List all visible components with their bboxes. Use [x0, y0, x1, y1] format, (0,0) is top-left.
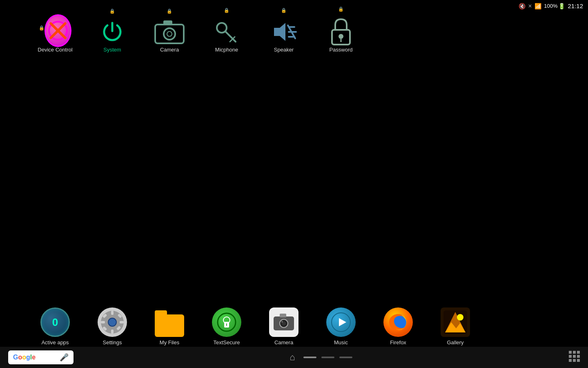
page-dot-3[interactable]	[339, 357, 352, 358]
microphone-app[interactable]: 🔒 Micphone	[204, 11, 249, 53]
speaker-app[interactable]: 🔒 Speaker	[261, 11, 306, 53]
svg-rect-46	[577, 351, 580, 354]
gallery-label: Gallery	[447, 339, 463, 346]
active-apps-badge: 0	[52, 316, 58, 329]
system-icon	[96, 20, 129, 46]
home-button[interactable]: ⌂	[290, 352, 295, 363]
camera-dock-item[interactable]: Camera	[261, 307, 306, 346]
svg-rect-22	[101, 321, 105, 323]
speaker-svg	[271, 19, 297, 45]
textsecure-label: TextSecure	[213, 339, 240, 346]
svg-rect-44	[569, 351, 572, 354]
music-icon	[326, 307, 356, 337]
top-apps-row: 🔒 Device Control 🔒	[33, 11, 363, 53]
system-app[interactable]: 🔒 System	[90, 11, 135, 53]
wifi-icon: 📶	[535, 3, 541, 9]
microphone-label: Micphone	[215, 47, 238, 53]
svg-marker-38	[339, 318, 346, 326]
lock-badge-camera: 🔒	[167, 9, 172, 14]
battery-percent: 100%	[544, 3, 557, 9]
settings-label: Settings	[103, 339, 122, 346]
device-control-icon	[45, 14, 71, 47]
mic-search-icon[interactable]: 🎤	[60, 353, 69, 362]
page-dot-2[interactable]	[321, 357, 334, 358]
system-label: System	[103, 47, 121, 53]
firefox-item[interactable]: Firefox	[376, 307, 421, 346]
google-search-bar[interactable]: Google 🎤	[8, 350, 74, 364]
device-control-app[interactable]: 🔒 Device Control	[33, 11, 78, 53]
svg-line-7	[225, 31, 236, 42]
svg-rect-52	[577, 359, 580, 362]
settings-item[interactable]: Settings	[90, 307, 135, 346]
lock-badge-microphone: 🔒	[224, 8, 229, 13]
my-files-label: My Files	[160, 339, 179, 346]
page-dots	[303, 357, 352, 358]
camera-label: Camera	[160, 47, 179, 53]
grid-svg	[568, 350, 580, 362]
speaker-label: Speaker	[274, 47, 294, 53]
music-svg	[331, 312, 351, 332]
svg-line-1	[51, 24, 65, 38]
key-svg	[214, 19, 240, 45]
music-label: Music	[334, 339, 348, 346]
battery-indicator: 100% 🔋	[544, 3, 565, 9]
svg-rect-21	[111, 330, 114, 334]
gear-svg	[100, 310, 125, 334]
lock-badge-device-control: 🔒	[39, 25, 45, 31]
google-logo: Google	[13, 354, 36, 361]
password-app[interactable]: 🔒 Password	[318, 11, 363, 53]
bottom-dock: 0 Active apps Settings	[0, 307, 588, 346]
svg-rect-49	[577, 355, 580, 358]
firefox-icon	[383, 307, 413, 337]
svg-point-36	[281, 321, 283, 323]
device-control-label: Device Control	[38, 47, 72, 53]
microphone-icon	[214, 19, 240, 47]
active-apps-icon: 0	[40, 307, 70, 337]
password-icon	[330, 18, 352, 48]
svg-rect-48	[573, 355, 576, 358]
my-files-icon	[155, 310, 184, 337]
svg-rect-3	[163, 20, 172, 25]
lock-badge-system: 🔒	[109, 9, 115, 14]
no-symbol-svg	[48, 20, 68, 41]
svg-point-5	[167, 31, 172, 36]
textsecure-item[interactable]: TextSecure	[204, 307, 249, 346]
time-display: 21:12	[568, 2, 583, 9]
svg-point-19	[108, 318, 116, 326]
active-apps-item[interactable]: 0 Active apps	[33, 307, 78, 346]
svg-point-16	[339, 34, 343, 39]
svg-rect-23	[120, 321, 124, 323]
mute-icon: 🔇	[519, 3, 526, 9]
gallery-item[interactable]: Gallery	[433, 307, 478, 346]
svg-line-9	[230, 39, 232, 42]
page-dot-1[interactable]	[303, 357, 316, 358]
active-apps-label: Active apps	[41, 339, 69, 346]
textsecure-icon	[212, 307, 241, 337]
firefox-svg	[387, 311, 410, 334]
svg-point-0	[49, 22, 67, 40]
my-files-item[interactable]: My Files	[147, 310, 192, 346]
camera-svg	[154, 20, 185, 44]
svg-rect-20	[111, 311, 114, 315]
svg-rect-2	[155, 25, 184, 43]
svg-point-4	[164, 28, 175, 40]
camera-app[interactable]: 🔒 Camera	[147, 11, 192, 53]
lock-badge-password: 🔒	[338, 7, 344, 12]
camera-dock-icon	[269, 307, 298, 337]
nav-center: ⌂	[290, 352, 352, 363]
svg-rect-47	[569, 355, 572, 358]
gallery-svg	[443, 310, 468, 334]
camera-dock-label: Camera	[274, 339, 293, 346]
music-item[interactable]: Music	[318, 307, 363, 346]
gallery-icon	[441, 307, 470, 337]
app-grid-button[interactable]	[568, 350, 580, 364]
textsecure-svg	[216, 312, 237, 332]
nav-bar: Google 🎤 ⌂	[0, 347, 588, 368]
power-button-svg	[99, 20, 125, 46]
svg-rect-33	[280, 314, 286, 317]
camera-icon	[154, 20, 185, 46]
bluetooth-icon: ✕	[528, 3, 532, 9]
svg-marker-10	[274, 23, 285, 41]
settings-icon	[98, 307, 127, 337]
battery-icon: 🔋	[558, 3, 565, 9]
